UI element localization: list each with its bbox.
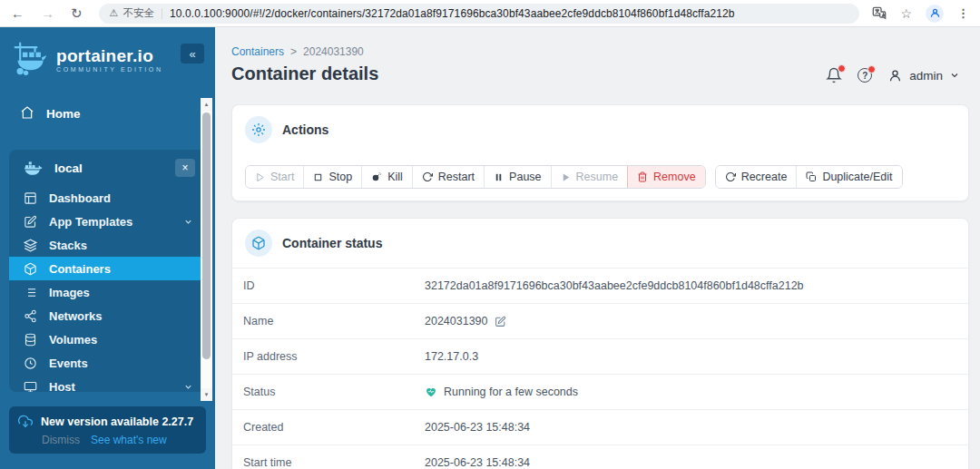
sidebar-item-networks[interactable]: Networks: [9, 304, 206, 327]
bomb-icon: [371, 171, 382, 182]
sidebar-item-label: Events: [49, 357, 88, 370]
logo-subtitle: COMMUNITY EDITION: [56, 66, 163, 73]
sidebar-item-volumes[interactable]: Volumes: [9, 327, 206, 351]
sidebar-item-app-templates[interactable]: App Templates: [9, 210, 206, 233]
restart-icon: [422, 171, 433, 182]
breadcrumb: Containers > 2024031390: [231, 45, 364, 58]
sidebar-item-events[interactable]: Events: [9, 351, 206, 375]
help-icon[interactable]: ?: [858, 68, 872, 83]
browser-toolbar: ← → ↻ ⚠ 不安全 10.0.0.100:9000/#!/2/docker/…: [0, 0, 980, 27]
remove-button[interactable]: Remove: [627, 166, 705, 188]
duplicate-edit-button[interactable]: Duplicate/Edit: [796, 166, 901, 188]
chevron-down-icon: [949, 70, 960, 81]
stop-button[interactable]: Stop: [303, 166, 361, 188]
actions-panel: Actions Start Stop Kill: [231, 104, 969, 201]
page-title: Container details: [231, 64, 378, 84]
not-secure-warning-icon: ⚠: [110, 7, 119, 19]
cloud-download-icon: [18, 415, 33, 429]
table-row-ip: IP address 172.17.0.3: [232, 338, 968, 374]
play-icon: [255, 172, 265, 182]
sidebar-item-host[interactable]: Host: [9, 375, 206, 392]
panel-title: Container status: [282, 236, 382, 250]
whats-new-link[interactable]: See what's new: [91, 434, 167, 446]
docker-whale-icon: [24, 161, 43, 176]
bookmark-star-icon[interactable]: ☆: [900, 7, 912, 20]
box-icon: [24, 262, 37, 276]
status-text: Running for a few seconds: [444, 386, 578, 398]
trash-icon: [637, 171, 648, 182]
breadcrumb-separator: >: [290, 45, 297, 58]
forward-icon[interactable]: →: [41, 6, 54, 20]
network-icon: [24, 309, 37, 323]
panel-title: Actions: [282, 122, 328, 137]
dashboard-icon: [24, 191, 37, 205]
sidebar-collapse-button[interactable]: «: [181, 44, 204, 64]
sidebar-item-images[interactable]: Images: [9, 280, 206, 304]
user-icon: [929, 7, 941, 19]
start-time: 2025-06-23 15:48:34: [425, 456, 530, 469]
sidebar-item-stacks[interactable]: Stacks: [9, 233, 206, 257]
sidebar-item-dashboard[interactable]: Dashboard: [9, 186, 206, 210]
table-row-created: Created 2025-06-23 15:48:34: [232, 409, 968, 445]
url-text: 10.0.0.100:9000/#!/2/docker/containers/3…: [170, 7, 735, 20]
stop-icon: [313, 172, 323, 182]
resume-icon: [561, 172, 571, 182]
sidebar-item-label: Volumes: [49, 333, 97, 347]
sidebar-item-home[interactable]: Home: [0, 100, 215, 127]
pause-icon: [494, 172, 504, 182]
notifications-bell-icon[interactable]: [826, 67, 842, 83]
chevron-down-icon: [183, 217, 193, 227]
recreate-button[interactable]: Recreate: [716, 166, 797, 188]
start-button[interactable]: Start: [246, 166, 303, 188]
scrollbar-thumb[interactable]: [202, 112, 211, 359]
sidebar-item-label: Host: [49, 380, 75, 393]
environment-header[interactable]: local ×: [9, 150, 206, 186]
sidebar-item-containers[interactable]: Containers: [9, 257, 206, 280]
container-name: 2024031390: [425, 315, 488, 327]
container-id: 32172da01a8f9171696bca30bf43aabee2cfe9dd…: [425, 279, 804, 292]
update-banner: New version available 2.27.7 Dismiss See…: [9, 406, 206, 454]
sidebar-item-label: Stacks: [49, 239, 87, 252]
restart-button[interactable]: Restart: [412, 166, 484, 188]
sidebar-item-label: Networks: [49, 309, 103, 323]
created-time: 2025-06-23 15:48:34: [425, 421, 530, 434]
close-icon[interactable]: ×: [175, 159, 195, 177]
monitor-icon: [24, 380, 37, 393]
environment-section: local × Dashboard App Templates Stacks C…: [9, 150, 206, 392]
reload-icon[interactable]: ↻: [71, 6, 83, 20]
refresh-icon: [725, 171, 736, 182]
table-row-start-time: Start time 2025-06-23 15:48:34: [232, 445, 968, 469]
home-icon: [20, 105, 34, 122]
logo-row[interactable]: portainer.io COMMUNITY EDITION «: [0, 27, 215, 93]
sidebar-item-label: Dashboard: [49, 191, 111, 205]
translate-icon[interactable]: [872, 6, 887, 21]
sidebar-item-label: App Templates: [49, 215, 132, 229]
user-menu[interactable]: admin: [887, 68, 960, 83]
scroll-down-arrow[interactable]: ▼: [201, 388, 212, 401]
update-message: New version available 2.27.7: [41, 415, 193, 428]
dismiss-link[interactable]: Dismiss: [42, 434, 80, 446]
main-content: Containers > 2024031390 Container detail…: [215, 27, 980, 469]
portainer-logo-icon: [13, 40, 49, 80]
sidebar-item-label: Home: [46, 107, 81, 121]
scroll-up-arrow[interactable]: ▲: [201, 98, 212, 111]
breadcrumb-link-containers[interactable]: Containers: [231, 45, 284, 58]
environment-name: local: [54, 161, 83, 175]
browser-actions: ☆ ⋮: [872, 5, 969, 23]
chevron-down-icon: [183, 382, 193, 392]
security-label: 不安全: [122, 6, 154, 20]
back-icon[interactable]: ←: [11, 6, 24, 20]
kill-button[interactable]: Kill: [361, 166, 412, 188]
edit-name-icon[interactable]: [495, 316, 506, 327]
breadcrumb-current: 2024031390: [303, 45, 364, 58]
pause-button[interactable]: Pause: [484, 166, 550, 188]
table-row-name: Name 2024031390: [232, 303, 968, 338]
profile-avatar[interactable]: [926, 5, 944, 23]
resume-button[interactable]: Resume: [551, 166, 628, 188]
browser-menu-icon[interactable]: ⋮: [957, 6, 969, 20]
address-bar[interactable]: ⚠ 不安全 10.0.0.100:9000/#!/2/docker/contai…: [99, 4, 859, 24]
app-frame: portainer.io COMMUNITY EDITION « Home lo…: [0, 27, 980, 469]
ip-address: 172.17.0.3: [425, 350, 478, 363]
table-row-id: ID 32172da01a8f9171696bca30bf43aabee2cfe…: [232, 268, 968, 303]
omnibox-divider: [162, 8, 162, 19]
